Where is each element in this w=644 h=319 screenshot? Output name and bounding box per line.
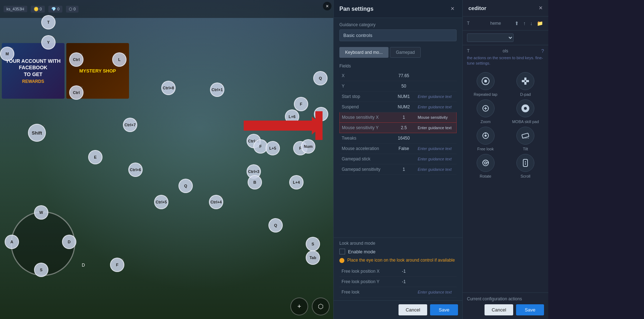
field-name-mouse-x: Mouse sensitivity X xyxy=(340,112,392,123)
bottom-buttons: + ⬡ xyxy=(290,297,330,315)
svg-point-13 xyxy=(524,107,527,110)
field-guidance-startstop[interactable]: Enter guidance text xyxy=(415,92,456,102)
key-s1[interactable]: S xyxy=(34,263,48,277)
field-row-mouse-x: Mouse sensitivity X 1 Mouse sensitivity xyxy=(340,112,457,123)
export-icon[interactable]: ↑ xyxy=(522,19,527,27)
key-shift[interactable]: ×Shift xyxy=(28,124,46,142)
key-tab[interactable]: ×Tab xyxy=(306,250,320,265)
key-num[interactable]: Num xyxy=(301,139,315,154)
bottom-plus[interactable]: + xyxy=(290,297,308,315)
radio-row: Place the eye icon on the look around co… xyxy=(339,257,457,263)
pan-save-button[interactable]: Save xyxy=(430,304,458,315)
upload-icon[interactable]: ⬆ xyxy=(514,19,520,27)
key-f4[interactable]: ×F xyxy=(110,258,124,272)
enable-mode-checkbox[interactable] xyxy=(339,249,345,254)
zoom-label: Zoom xyxy=(481,119,491,124)
control-scroll[interactable]: Scroll xyxy=(507,154,544,178)
control-free-look[interactable]: Free look xyxy=(467,127,504,151)
tab-keyboard[interactable]: Keyboard and mo... xyxy=(339,47,388,58)
control-dpad[interactable]: D-pad xyxy=(507,72,544,97)
key-l-r[interactable]: L xyxy=(314,107,328,121)
hud-items: ⬡ 0 xyxy=(66,6,78,13)
key-ctrl8[interactable]: ×Ctrl+8 xyxy=(161,81,176,95)
guidance-section: Guidance category xyxy=(334,18,462,44)
controls-label: ols xyxy=(503,48,508,53)
controls-t-label: T xyxy=(467,48,469,53)
key-m[interactable]: ×M xyxy=(0,47,14,61)
help-icon[interactable]: ? xyxy=(541,48,544,54)
game-area: ks_4353H 🪙 0 💎 0 ⬡ 0 YOUR ACCOUNT WITHFA… xyxy=(0,0,333,319)
control-tilt[interactable]: Tilt xyxy=(507,127,544,151)
key-b[interactable]: ×B xyxy=(248,175,262,189)
control-repeated-tap[interactable]: Repeated tap xyxy=(467,72,504,97)
controls-grid: Repeated tap D-pad xyxy=(463,69,548,181)
current-actions-section: Current configuration actions Cancel Sav… xyxy=(463,292,548,319)
key-y[interactable]: ×Y xyxy=(41,35,56,50)
key-f1[interactable]: ×F xyxy=(294,97,308,111)
field-row-mouse-y: Mouse sensitivity Y 2.5 Enter guidance t… xyxy=(340,123,457,133)
theme-select[interactable] xyxy=(467,33,514,42)
key-q2[interactable]: ×Q xyxy=(178,179,193,193)
key-ctrl5[interactable]: ×Ctrl+5 xyxy=(154,195,168,209)
field-guidance-suspend[interactable]: Enter guidance text xyxy=(415,102,456,112)
guidance-input[interactable] xyxy=(339,29,457,41)
pan-settings-panel: Pan settings × Guidance category Keyboar… xyxy=(333,0,462,319)
field-value-freelook-y: -1 xyxy=(392,277,415,287)
field-guidance-gamepad-sens[interactable]: Enter guidance text xyxy=(415,164,456,175)
key-ctrl4[interactable]: ×Ctrl+4 xyxy=(209,195,223,209)
game-area-close[interactable]: × xyxy=(323,2,331,10)
key-d1[interactable]: D xyxy=(62,235,76,249)
import-icon[interactable]: ↓ xyxy=(529,19,534,27)
pan-settings-actions: Cancel Save xyxy=(334,300,462,319)
controls-description: the actions on the screen to bind keys. … xyxy=(463,55,548,69)
editor-cancel-button[interactable]: Cancel xyxy=(485,304,513,315)
repeated-tap-icon xyxy=(477,72,495,90)
look-around-radio[interactable] xyxy=(339,258,344,263)
dpad[interactable]: W A D S D xyxy=(11,211,75,276)
key-ctrl1[interactable]: ×Ctrl+1 xyxy=(210,83,224,97)
field-name-freelook-x: Free look position X xyxy=(339,266,392,277)
svg-rect-5 xyxy=(524,78,526,80)
editor-close-button[interactable]: × xyxy=(539,4,543,12)
key-l4[interactable]: ×L+4 xyxy=(289,175,304,189)
control-zoom[interactable]: Zoom xyxy=(467,99,504,124)
tab-gamepad[interactable]: Gamepad xyxy=(390,47,421,58)
editor-title: ceditor xyxy=(468,5,486,11)
svg-rect-8 xyxy=(526,80,529,82)
enable-mode-row: Enable mode xyxy=(339,249,457,254)
editor-save-button[interactable]: Save xyxy=(516,304,544,315)
key-s2[interactable]: ×S xyxy=(306,237,320,251)
fields-section: Fields X 77.65 Y 50 Start stop xyxy=(334,61,462,238)
key-q3[interactable]: ×Q xyxy=(268,218,283,233)
moba-label: MOBA skill pad xyxy=(512,119,539,124)
key-ctrl6[interactable]: ×Ctrl+6 xyxy=(128,163,143,177)
key-t[interactable]: ×T xyxy=(41,15,56,29)
folder-icon[interactable]: 📁 xyxy=(536,19,544,27)
guidance-label: Guidance category xyxy=(339,22,457,27)
control-moba[interactable]: MOBA skill pad xyxy=(507,99,544,124)
field-name-gamepad-stick: Gamepad stick xyxy=(340,154,392,164)
field-guidance-mouse-y[interactable]: Enter guidance text xyxy=(415,123,456,133)
key-ctrl7[interactable]: ×Ctrl+7 xyxy=(123,118,137,132)
field-value-mouse-y: 2.5 xyxy=(392,123,415,133)
key-ctrl2[interactable]: ×Ctrl xyxy=(69,85,84,100)
key-e[interactable]: ×E xyxy=(88,150,102,164)
control-rotate[interactable]: Rotate xyxy=(467,154,504,178)
look-around-label: Look around mode xyxy=(339,241,457,246)
field-guidance-freelook[interactable]: Enter guidance text xyxy=(416,287,457,297)
key-q1[interactable]: ×Q xyxy=(313,71,328,85)
bottom-expand[interactable]: ⬡ xyxy=(312,297,330,315)
hud-gems: 💎 0 xyxy=(48,6,62,13)
key-l6[interactable]: ×L+6 xyxy=(285,109,299,124)
key-l[interactable]: ×L xyxy=(112,52,127,67)
pan-cancel-button[interactable]: Cancel xyxy=(399,304,427,315)
field-guidance-gamepad-stick[interactable]: Enter guidance text xyxy=(415,154,456,164)
key-w[interactable]: W xyxy=(34,205,48,220)
field-value-mouse-accel: False xyxy=(392,144,415,154)
field-guidance-mouse-accel[interactable]: Enter guidance text xyxy=(415,144,456,154)
field-guidance-mouse-x[interactable]: Mouse sensitivity xyxy=(415,112,456,123)
pan-settings-close[interactable]: × xyxy=(448,4,457,13)
key-l5[interactable]: ×L+5 xyxy=(266,141,280,155)
key-ctrl[interactable]: ×Ctrl xyxy=(69,52,84,67)
key-a[interactable]: A xyxy=(5,235,19,249)
